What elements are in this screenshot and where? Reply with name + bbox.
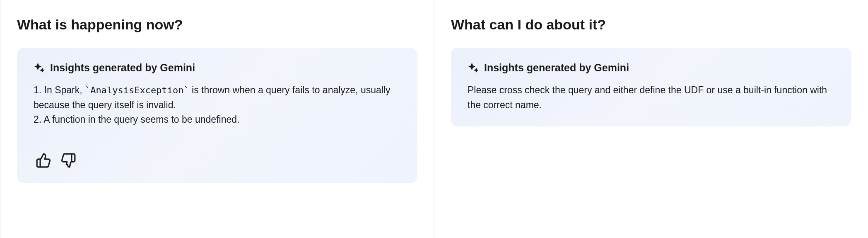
insight-body: Please cross check the query and either …: [468, 83, 835, 112]
insight-header: Insights generated by Gemini: [468, 62, 835, 74]
feedback-row: [34, 152, 401, 169]
insight-header: Insights generated by Gemini: [34, 62, 401, 74]
insight-line-1: 1. In Spark, `AnalysisException` is thro…: [34, 83, 401, 112]
insight-line-1-code: `AnalysisException`: [85, 85, 189, 95]
what-to-do-insight-card: Insights generated by Gemini Please cros…: [451, 48, 851, 126]
thumbs-up-button[interactable]: [35, 152, 52, 169]
what-to-do-title: What can I do about it?: [451, 17, 851, 33]
happening-now-insight-card: Insights generated by Gemini 1. In Spark…: [17, 48, 417, 183]
insight-body-text: Please cross check the query and either …: [468, 85, 827, 110]
sparkle-icon: [34, 62, 45, 74]
insight-header-title: Insights generated by Gemini: [484, 62, 629, 74]
thumbs-up-icon: [36, 153, 51, 168]
what-to-do-column: What can I do about it? Insights generat…: [434, 0, 868, 238]
insight-line-2: 2. A function in the query seems to be u…: [34, 112, 401, 127]
sparkle-icon: [468, 62, 479, 74]
happening-now-column: What is happening now? Insights generate…: [0, 0, 434, 238]
thumbs-down-button[interactable]: [60, 152, 77, 169]
insight-body: 1. In Spark, `AnalysisException` is thro…: [34, 83, 401, 127]
thumbs-down-icon: [60, 153, 76, 168]
happening-now-title: What is happening now?: [17, 17, 417, 33]
insight-header-title: Insights generated by Gemini: [50, 62, 195, 74]
insight-line-1-prefix: 1. In Spark,: [34, 85, 85, 95]
